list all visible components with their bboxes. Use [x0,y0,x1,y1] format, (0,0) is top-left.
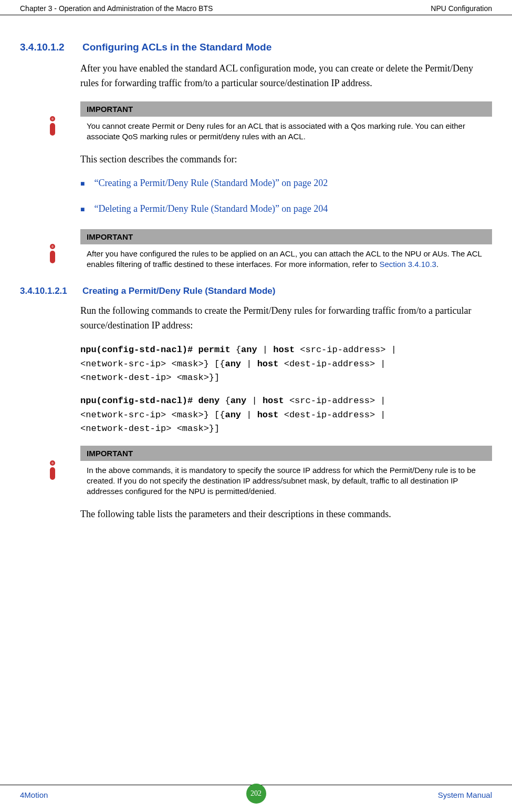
important-label: IMPORTANT [80,101,492,117]
info-icon [47,243,63,268]
bullet-icon: ■ [80,205,85,214]
info-icon [47,460,63,484]
list-item: ■ “Creating a Permit/Deny Rule (Standard… [80,178,492,189]
important-note: IMPORTANT In the above commands, it is m… [47,446,492,497]
svg-point-2 [51,117,54,120]
section-heading: 3.4.10.1.2 Configuring ACLs in the Stand… [20,42,492,53]
header-left: Chapter 3 - Operation and Administration… [20,4,213,13]
section-intro: After you have enabled the standard ACL … [80,61,492,91]
bullet-list: ■ “Creating a Permit/Deny Rule (Standard… [80,178,492,214]
bullet-link[interactable]: “Creating a Permit/Deny Rule (Standard M… [94,178,328,189]
code-block-deny: npu(config-std-nacl)# deny {any | host <… [80,394,492,436]
important-label: IMPORTANT [80,446,492,461]
important-text: You cannot create Permit or Deny rules f… [80,117,492,142]
section-number: 3.4.10.1.2 [20,42,80,53]
svg-rect-1 [50,123,55,136]
subsection-intro: Run the following commands to create the… [80,304,492,333]
page-header: Chapter 3 - Operation and Administration… [0,0,512,15]
section-link[interactable]: Section 3.4.10.3 [380,260,436,269]
svg-rect-4 [50,251,55,263]
subsection-number: 3.4.10.1.2.1 [20,286,80,296]
svg-point-5 [51,245,54,248]
bullet-link[interactable]: “Deleting a Permit/Deny Rule (Standard M… [94,203,328,214]
svg-point-8 [51,461,54,464]
important-note: IMPORTANT You cannot create Permit or De… [47,101,492,142]
important-text: In the above commands, it is mandatory t… [80,461,492,497]
footer-right: System Manual [438,790,492,799]
info-icon [47,116,63,140]
svg-rect-7 [50,467,55,480]
outro-text: The following table lists the parameters… [80,507,492,522]
describes-text: This section describes the commands for: [80,152,492,167]
header-right: NPU Configuration [431,4,492,13]
code-block-permit: npu(config-std-nacl)# permit {any | host… [80,343,492,385]
important-note: IMPORTANT After you have configured the … [47,229,492,270]
subsection-heading: 3.4.10.1.2.1 Creating a Permit/Deny Rule… [20,286,492,296]
important-label: IMPORTANT [80,229,492,244]
page-number-badge: 202 [246,784,266,804]
list-item: ■ “Deleting a Permit/Deny Rule (Standard… [80,203,492,214]
bullet-icon: ■ [80,180,85,188]
footer-left: 4Motion [20,790,48,799]
subsection-title: Creating a Permit/Deny Rule (Standard Mo… [82,286,275,296]
page-content: 3.4.10.1.2 Configuring ACLs in the Stand… [0,15,512,522]
section-title: Configuring ACLs in the Standard Mode [82,42,271,53]
important-text: After you have configured the rules to b… [80,244,492,270]
